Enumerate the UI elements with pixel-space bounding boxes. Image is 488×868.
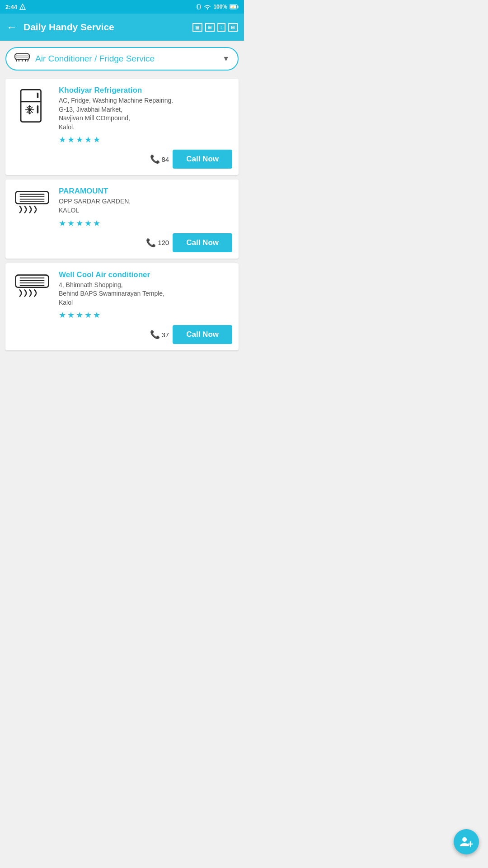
dropdown-label: Air Conditioner / Fridge Service (35, 54, 217, 64)
service-card-paramount: PARAMOUNT OPP SARDAR GARDEN,KALOL ★ ★ ★ … (5, 179, 239, 258)
status-time: 2:44 (5, 4, 17, 10)
wellcool-call-count: 📞 37 (150, 330, 169, 340)
ac-unit-icon (12, 187, 52, 220)
wellcool-content: Well Cool Air conditioner 4, Bhimnath Sh… (59, 270, 232, 344)
icon-filter2[interactable]: ⊞ (205, 23, 215, 32)
battery-icon: ⚡ (230, 4, 239, 9)
page-title: Daily Handy Service (23, 22, 186, 33)
cards-container: Khodiyar Refrigeration AC, Fridge, Washi… (0, 77, 244, 352)
battery-label: 100% (213, 4, 227, 10)
service-card-wellcool: Well Cool Air conditioner 4, Bhimnath Sh… (5, 263, 239, 351)
svg-rect-19 (37, 93, 39, 98)
khodiyar-count: 84 (162, 156, 169, 163)
khodiyar-title: Khodiyar Refrigeration (59, 86, 232, 95)
paramount-stars: ★ ★ ★ ★ ★ (59, 218, 232, 228)
khodiyar-stars: ★ ★ ★ ★ ★ (59, 135, 232, 145)
svg-rect-4 (201, 5, 201, 8)
icon-filter3[interactable]: ↕ (217, 23, 225, 32)
ac-unit-icon-2 (12, 270, 52, 304)
vibrate-icon (196, 4, 202, 10)
khodiyar-address: AC, Fridge, Washing Machine Repairing.G-… (59, 96, 232, 132)
paramount-call-now-button[interactable]: Call Now (173, 233, 232, 252)
svg-rect-11 (16, 55, 28, 58)
status-icons: 100% ⚡ (196, 4, 239, 10)
top-bar: ← Daily Handy Service ▤ ⊞ ↕ ⊟ (0, 14, 244, 41)
svg-text:⚡: ⚡ (231, 5, 235, 9)
khodiyar-call-count: 📞 84 (150, 154, 169, 164)
phone-icon: 📞 (150, 154, 160, 164)
phone-icon-3: 📞 (150, 330, 160, 340)
wellcool-footer: 📞 37 Call Now (59, 325, 232, 344)
khodiyar-call-now-button[interactable]: Call Now (173, 150, 232, 169)
khodiyar-footer: 📞 84 Call Now (59, 150, 232, 169)
khodiyar-content: Khodiyar Refrigeration AC, Fridge, Washi… (59, 86, 232, 169)
fridge-icon (12, 86, 52, 124)
paramount-count: 120 (158, 239, 169, 246)
dropdown-container: Air Conditioner / Fridge Service ▼ (0, 41, 244, 77)
status-bar: 2:44 ! 100% ⚡ (0, 0, 244, 14)
svg-rect-2 (197, 5, 200, 9)
back-button[interactable]: ← (6, 22, 17, 33)
wellcool-count: 37 (162, 331, 169, 339)
wifi-icon (204, 4, 211, 10)
svg-text:!: ! (22, 6, 23, 9)
warning-icon: ! (19, 4, 26, 10)
svg-point-5 (207, 8, 208, 9)
paramount-call-count: 📞 120 (146, 238, 169, 248)
svg-rect-7 (238, 6, 239, 8)
paramount-title: PARAMOUNT (59, 187, 232, 196)
paramount-address: OPP SARDAR GARDEN,KALOL (59, 197, 232, 215)
top-bar-icons: ▤ ⊞ ↕ ⊟ (192, 23, 238, 32)
category-dropdown[interactable]: Air Conditioner / Fridge Service ▼ (5, 47, 239, 71)
icon-filter1[interactable]: ▤ (192, 23, 202, 32)
paramount-content: PARAMOUNT OPP SARDAR GARDEN,KALOL ★ ★ ★ … (59, 187, 232, 252)
wellcool-stars: ★ ★ ★ ★ ★ (59, 310, 232, 320)
chevron-down-icon: ▼ (222, 55, 230, 63)
wellcool-call-now-button[interactable]: Call Now (173, 325, 232, 344)
wellcool-address: 4, Bhimnath Shopping,Behind BAPS Swamina… (59, 281, 232, 307)
paramount-footer: 📞 120 Call Now (59, 233, 232, 252)
ac-fridge-icon (14, 52, 30, 65)
phone-icon-2: 📞 (146, 238, 156, 248)
service-card-khodiyar: Khodiyar Refrigeration AC, Fridge, Washi… (5, 79, 239, 175)
svg-rect-20 (37, 105, 39, 113)
wellcool-title: Well Cool Air conditioner (59, 270, 232, 279)
icon-filter4[interactable]: ⊟ (228, 23, 238, 32)
svg-rect-3 (197, 5, 197, 8)
